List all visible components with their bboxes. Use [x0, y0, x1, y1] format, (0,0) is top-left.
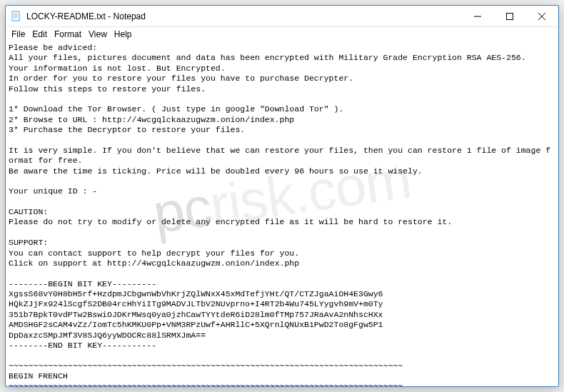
- line: 351b7BpkT0vdPTw2BswiOJDKrMWsq0ya0jzhCawT…: [9, 310, 383, 319]
- line: SUPPORT:: [9, 238, 48, 247]
- line: HQkZJjFx924lScgfS2DB04rcHhYiITg9MADVJLTb…: [9, 299, 383, 308]
- line: DpDaxzcSMpJMf3V8SJQ6yyWDOCRc88lSRMXJmA==: [9, 331, 206, 340]
- line: 3* Purchase the Decryptor to restore you…: [9, 125, 245, 134]
- svg-rect-6: [506, 13, 513, 19]
- window-title: LOCKY-README.txt - Notepad: [26, 11, 461, 21]
- notepad-window: LOCKY-README.txt - Notepad File Edit For…: [5, 5, 559, 387]
- line: Please be adviced:: [9, 43, 97, 52]
- line: It is very simple. If you don't believe …: [9, 146, 550, 165]
- line: Be aware the time is ticking. Price will…: [9, 166, 423, 176]
- menu-view[interactable]: View: [85, 28, 111, 41]
- line: ~~~~~~~~~~~~~~~~~~~~~~~~~~~~~~~~~~~~~~~~…: [9, 361, 403, 371]
- line: AMDSHGF2sCAM4vZz/IomTc5hKMKU0Pp+VNM3RPzU…: [9, 320, 383, 329]
- menu-help[interactable]: Help: [111, 28, 136, 41]
- title-bar[interactable]: LOCKY-README.txt - Notepad: [6, 6, 558, 27]
- text-area[interactable]: Please be adviced: All your files, pictu…: [6, 41, 558, 386]
- menu-edit[interactable]: Edit: [29, 28, 51, 41]
- menu-bar: File Edit Format View Help: [6, 27, 558, 41]
- line: All your files, pictures document and da…: [9, 53, 526, 62]
- close-button[interactable]: [525, 6, 558, 26]
- line: --------BEGIN BIT KEY---------: [9, 279, 156, 288]
- minimize-button[interactable]: [461, 6, 493, 26]
- window-controls: [461, 6, 558, 26]
- line: Your information is not lost. But Encryp…: [9, 64, 226, 73]
- menu-file[interactable]: File: [8, 28, 29, 41]
- line: 1* Download the Tor Browser. ( Just type…: [9, 104, 343, 114]
- line: ~~~~~~~~~~~~~~~~~~~~~~~~~~~~~~~~~~~~~~~~…: [9, 381, 403, 386]
- line: CAUTION:: [9, 207, 48, 216]
- line: Click on support at http://4wcgqlckaazug…: [9, 258, 299, 268]
- notepad-icon: [11, 11, 22, 22]
- line: 2* Browse to URL : http://4wcgqlckaazugw…: [9, 115, 294, 124]
- line: BEGIN FRENCH: [9, 371, 68, 381]
- line: You can contact support to help decrypt …: [9, 248, 299, 258]
- line: XgssS68vY0H8bH5rf+HzdpmJCbgwnWbVhKrjZQlW…: [9, 289, 383, 298]
- line: Your unique ID : -: [9, 186, 97, 196]
- line: In order for you to restore your files y…: [9, 74, 353, 83]
- line: Please do not try to modify or delete an…: [9, 217, 452, 226]
- line: --------END BIT KEY-----------: [9, 341, 156, 350]
- menu-format[interactable]: Format: [51, 28, 85, 41]
- line: Follow this steps to restore your files.: [9, 84, 206, 94]
- maximize-button[interactable]: [493, 6, 525, 26]
